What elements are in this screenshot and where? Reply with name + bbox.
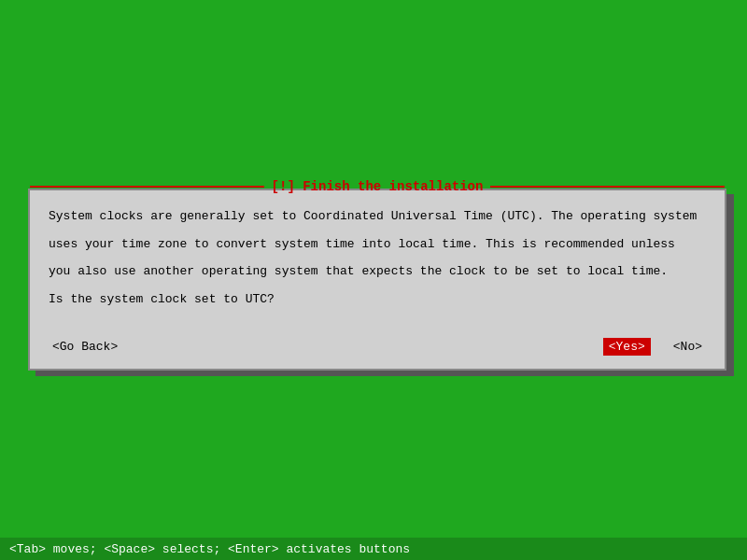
no-button[interactable]: <No> (669, 338, 706, 356)
status-text: <Tab> moves; <Space> selects; <Enter> ac… (9, 542, 410, 556)
yes-button[interactable]: <Yes> (603, 338, 651, 356)
dialog-title: [!] Finish the installation (272, 179, 484, 194)
body-line1: System clocks are generally set to Coord… (49, 207, 706, 226)
body-line2: uses your time zone to convert system ti… (49, 235, 706, 254)
screen: [!] Finish the installation System clock… (0, 0, 747, 560)
body-line3: you also use another operating system th… (49, 262, 706, 281)
dialog: [!] Finish the installation System clock… (28, 189, 726, 371)
dialog-titlebar: [!] Finish the installation (30, 179, 725, 194)
go-back-button[interactable]: <Go Back> (49, 338, 121, 356)
title-line-right (490, 186, 725, 188)
status-bar: <Tab> moves; <Space> selects; <Enter> ac… (0, 538, 747, 560)
question: Is the system clock set to UTC? (49, 290, 706, 309)
title-line-left (30, 186, 264, 188)
dialog-buttons: <Go Back> <Yes> <No> (30, 338, 725, 356)
dialog-content: System clocks are generally set to Coord… (30, 190, 725, 327)
